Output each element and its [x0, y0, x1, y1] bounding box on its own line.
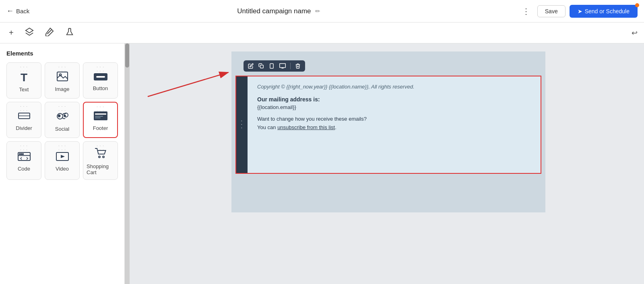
desktop-preview-button[interactable]: [277, 62, 288, 70]
mobile-preview-button[interactable]: [267, 62, 277, 70]
video-element-icon: [56, 152, 69, 163]
unsubscribe-link[interactable]: unsubscribe from this list: [277, 124, 335, 130]
svg-rect-4: [96, 76, 105, 78]
element-divider[interactable]: · · ·· · · Divider: [6, 102, 41, 138]
more-options-button[interactable]: ⋮: [519, 5, 533, 18]
email-canvas: · · · Copyright © {{right_now.year}} {{l…: [231, 51, 545, 212]
svg-rect-24: [260, 65, 264, 68]
elements-sidebar: Elements · · ·· · · T Text · · ·· · · I: [0, 43, 125, 284]
campaign-title[interactable]: Untitled campaign name: [237, 7, 311, 15]
element-shopping-cart[interactable]: · · ·· · · Shopping Cart: [83, 141, 118, 180]
element-image[interactable]: · · ·· · · Image: [45, 62, 80, 99]
footer-mailing: Our mailing address is: {{location.email…: [257, 96, 531, 110]
drag-dots: · · ·· · ·: [20, 105, 28, 113]
svg-point-10: [64, 115, 66, 117]
footer-mailing-title: Our mailing address is:: [257, 96, 531, 103]
svg-point-23: [103, 156, 104, 158]
header-right: ⋮ Save ➤ Send or Schedule: [519, 5, 638, 18]
svg-rect-12: [95, 113, 106, 115]
flask-icon[interactable]: [63, 25, 76, 41]
send-or-schedule-button[interactable]: ➤ Send or Schedule: [570, 5, 638, 18]
element-footer[interactable]: · · ·· · · Footer: [83, 102, 118, 138]
notification-dot: [635, 3, 639, 7]
elements-title: Elements: [6, 50, 118, 57]
element-social[interactable]: · · ·· · · Social: [45, 102, 80, 138]
text-element-label: Text: [19, 86, 29, 93]
back-label: Back: [16, 8, 29, 14]
delete-footer-button[interactable]: [293, 62, 303, 70]
footer-block-inner: · · · Copyright © {{right_now.year}} {{l…: [236, 76, 541, 173]
drag-dots: · · ·· · ·: [97, 65, 104, 73]
arrow-indicator: [128, 52, 240, 101]
paint-icon[interactable]: [43, 25, 56, 41]
svg-rect-14: [95, 117, 101, 118]
edit-title-icon[interactable]: ✏: [315, 8, 320, 15]
canvas-area: · · · Copyright © {{right_now.year}} {{l…: [125, 43, 644, 284]
footer-unsubscribe-line2: You can unsubscribe from this list.: [257, 123, 531, 132]
drag-dots: · · ·· · ·: [97, 144, 104, 152]
footer-sidebar-dots: · · ·: [239, 120, 245, 129]
header: ← Back Untitled campaign name ✏ ⋮ Save ➤…: [0, 0, 644, 23]
save-button[interactable]: Save: [537, 5, 566, 17]
drag-dots: · · ·· · ·: [20, 65, 28, 73]
scrollbar-track[interactable]: [125, 43, 130, 284]
code-element-icon: [18, 152, 31, 163]
undo-button[interactable]: ↩: [632, 29, 638, 37]
footer-unsubscribe-suffix: .: [335, 124, 336, 130]
button-element-icon: [94, 72, 107, 83]
footer-left-bar: · · ·: [236, 76, 248, 173]
element-video[interactable]: · · ·· · · Video: [45, 141, 80, 180]
svg-rect-27: [280, 64, 286, 68]
svg-point-22: [99, 156, 100, 158]
duplicate-footer-button[interactable]: [256, 62, 266, 70]
code-element-label: Code: [18, 166, 30, 172]
canvas-wrapper: · · · Copyright © {{right_now.year}} {{l…: [231, 51, 545, 276]
footer-block-container: · · · Copyright © {{right_now.year}} {{l…: [235, 76, 541, 174]
back-button[interactable]: ← Back: [6, 7, 39, 15]
edit-footer-button[interactable]: [246, 62, 256, 70]
footer-block[interactable]: · · · Copyright © {{right_now.year}} {{l…: [235, 76, 541, 174]
element-text[interactable]: · · ·· · · T Text: [6, 62, 41, 99]
main-area: Elements · · ·· · · T Text · · ·· · · I: [0, 43, 644, 284]
footer-mailing-email: {{location.email}}: [257, 104, 531, 110]
drag-dots: · · ·· · ·: [58, 105, 66, 113]
toolbar: + ↩: [0, 23, 644, 43]
drag-dots: · · ·· · ·: [97, 105, 104, 113]
svg-point-17: [21, 153, 21, 154]
send-icon: ➤: [578, 8, 582, 14]
footer-unsubscribe-prefix: You can: [257, 124, 277, 130]
svg-marker-0: [26, 28, 33, 33]
svg-point-16: [19, 153, 20, 154]
footer-element-label: Footer: [93, 125, 108, 131]
footer-unsubscribe-line1: Want to change how you receive these ema…: [257, 115, 531, 123]
svg-marker-21: [61, 155, 65, 158]
svg-point-18: [22, 153, 23, 154]
image-element-icon: [57, 72, 68, 84]
elements-grid: · · ·· · · T Text · · ·· · · Image ·: [6, 62, 118, 180]
layers-icon[interactable]: [23, 25, 36, 41]
header-title-area: Untitled campaign name ✏: [39, 7, 519, 15]
element-code[interactable]: · · ·· · · Code: [6, 141, 41, 180]
scrollbar-thumb[interactable]: [125, 43, 129, 68]
drag-dots: · · ·· · ·: [58, 144, 66, 152]
image-element-label: Image: [55, 86, 69, 92]
video-element-label: Video: [56, 166, 69, 172]
divider-element-label: Divider: [16, 125, 32, 131]
footer-content: Copyright © {{right_now.year}} {{locatio…: [248, 76, 541, 173]
svg-rect-25: [270, 64, 273, 68]
svg-rect-13: [95, 116, 103, 117]
social-element-label: Social: [55, 126, 69, 132]
send-label: Send or Schedule: [585, 8, 630, 14]
back-arrow-icon: ←: [6, 7, 14, 15]
drag-dots: · · ·· · ·: [20, 144, 28, 152]
svg-point-9: [58, 115, 60, 117]
footer-unsubscribe: Want to change how you receive these ema…: [257, 115, 531, 132]
add-element-button[interactable]: +: [6, 26, 16, 40]
shopping-cart-element-label: Shopping Cart: [87, 163, 114, 175]
drag-dots: · · ·· · ·: [58, 65, 66, 73]
element-button[interactable]: · · ·· · · Button: [83, 62, 118, 99]
button-element-label: Button: [93, 85, 108, 91]
toolbar-separator: [290, 63, 291, 69]
footer-block-toolbar: [244, 60, 305, 72]
footer-copyright: Copyright © {{right_now.year}} {{locatio…: [257, 84, 531, 90]
